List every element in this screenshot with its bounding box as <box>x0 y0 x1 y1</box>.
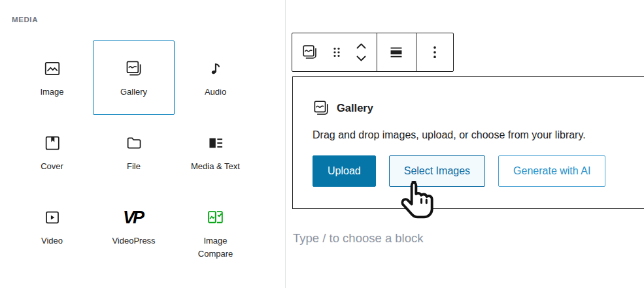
block-item-label: VideoPress <box>112 234 155 248</box>
drag-handle-icon[interactable] <box>330 44 343 60</box>
options-icon[interactable] <box>425 42 445 62</box>
placeholder-buttons: Upload Select Images Generate with AI <box>313 155 644 187</box>
video-icon <box>43 206 61 229</box>
block-item-label: Gallery <box>120 86 147 99</box>
placeholder-description: Drag and drop images, upload, or choose … <box>313 129 644 141</box>
align-none-icon[interactable] <box>386 42 406 62</box>
block-item-videopress[interactable]: VP VideoPress <box>93 189 175 264</box>
toolbar-group-align <box>377 33 415 71</box>
toolbar-group-options <box>416 33 452 71</box>
block-item-label: Image <box>40 86 63 99</box>
block-item-label: Video <box>41 234 63 248</box>
gallery-icon <box>313 99 330 117</box>
move-up-icon[interactable] <box>354 41 369 51</box>
block-item-media-text[interactable]: Media & Text <box>175 115 256 189</box>
block-item-label: Audio <box>205 86 226 99</box>
gallery-block-placeholder: Gallery Drag and drop images, upload, or… <box>292 76 644 209</box>
block-item-file[interactable]: File <box>93 115 175 189</box>
gallery-block-icon[interactable] <box>300 42 320 62</box>
empty-block-placeholder[interactable]: Type / to choose a block <box>293 231 424 246</box>
videopress-icon: VP <box>123 206 144 229</box>
block-item-video[interactable]: Video <box>11 189 93 264</box>
image-icon <box>43 57 61 80</box>
upload-button[interactable]: Upload <box>313 155 376 187</box>
block-item-label: File <box>127 160 141 173</box>
media-section-heading: MEDIA <box>12 16 285 24</box>
file-icon <box>125 132 143 154</box>
select-images-button[interactable]: Select Images <box>389 155 485 187</box>
videopress-logo-text: VP <box>123 209 144 227</box>
block-item-gallery[interactable]: Gallery <box>93 40 175 115</box>
block-toolbar <box>292 33 454 72</box>
cover-icon <box>43 132 61 154</box>
gallery-icon <box>125 57 143 80</box>
placeholder-title: Gallery <box>337 102 373 114</box>
placeholder-header: Gallery <box>313 99 644 117</box>
block-item-label: Cover <box>41 160 63 173</box>
generate-with-ai-button[interactable]: Generate with AI <box>498 155 605 187</box>
block-movers <box>354 41 369 63</box>
toolbar-group-main <box>292 33 377 71</box>
move-down-icon[interactable] <box>354 54 369 63</box>
block-item-label: Media & Text <box>191 160 240 173</box>
image-compare-icon <box>207 206 225 229</box>
media-text-icon <box>207 132 225 154</box>
block-item-image[interactable]: Image <box>11 40 93 115</box>
block-item-label: Image Compare <box>187 234 245 261</box>
media-block-grid: Image Gallery Audio <box>11 40 285 264</box>
block-inserter-panel: MEDIA Image Gallery <box>0 0 286 288</box>
block-item-audio[interactable]: Audio <box>175 40 256 115</box>
audio-icon <box>207 57 225 80</box>
block-item-image-compare[interactable]: Image Compare <box>175 189 256 264</box>
block-item-cover[interactable]: Cover <box>11 115 93 189</box>
